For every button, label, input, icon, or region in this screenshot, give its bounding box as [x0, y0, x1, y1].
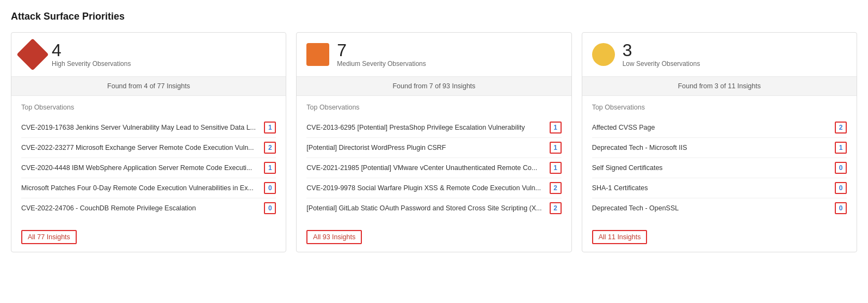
observation-label: CVE-2013-6295 [Potential] PrestaShop Pri…: [306, 124, 545, 131]
list-item: [Potential] GitLab Static OAuth Password…: [306, 198, 561, 218]
low-severity-icon: [592, 43, 615, 66]
card-low-observation-list: Affected CVSS Page2Deprecated Tech - Mic…: [592, 118, 847, 218]
observation-label: CVE-2019-9978 Social Warfare Plugin XSS …: [306, 184, 545, 192]
card-low-count: 3: [623, 41, 700, 59]
card-low-insights-link[interactable]: All 11 Insights: [592, 230, 648, 244]
observation-label: Microsoft Patches Four 0-Day Remote Code…: [21, 184, 260, 192]
cards-container: 4High Severity ObservationsFound from 4 …: [11, 32, 857, 252]
card-low-header-text: 3Low Severity Observations: [623, 41, 700, 68]
list-item: Self Signed Certificates0: [592, 158, 847, 178]
observation-badge: 1: [835, 142, 847, 154]
list-item: CVE-2019-9978 Social Warfare Plugin XSS …: [306, 178, 561, 198]
observation-badge: 0: [835, 162, 847, 174]
observation-badge: 2: [550, 182, 562, 194]
observation-label: Deprecated Tech - Microsoft IIS: [592, 144, 830, 152]
card-medium-severity-label: Medium Severity Observations: [337, 60, 426, 68]
list-item: Deprecated Tech - OpenSSL0: [592, 198, 847, 218]
observation-label: Affected CVSS Page: [592, 124, 830, 131]
observation-label: [Potential] GitLab Static OAuth Password…: [306, 204, 545, 212]
list-item: Microsoft Patches Four 0-Day Remote Code…: [21, 178, 276, 198]
list-item: [Potential] Directorist WordPress Plugin…: [306, 138, 561, 158]
card-high-section-title: Top Observations: [21, 104, 276, 111]
list-item: CVE-2013-6295 [Potential] PrestaShop Pri…: [306, 118, 561, 138]
card-medium: 7Medium Severity ObservationsFound from …: [296, 32, 571, 252]
card-low-body: Top ObservationsAffected CVSS Page2Depre…: [582, 96, 857, 225]
card-medium-count: 7: [337, 41, 426, 59]
card-high-body: Top ObservationsCVE-2019-17638 Jenkins S…: [11, 96, 286, 225]
observation-badge: 0: [835, 182, 847, 194]
card-low-section-title: Top Observations: [592, 104, 847, 111]
list-item: CVE-2021-21985 [Potential] VMware vCente…: [306, 158, 561, 178]
observation-badge: 1: [550, 122, 562, 134]
card-medium-section-title: Top Observations: [306, 104, 561, 111]
card-high-header-text: 4High Severity Observations: [52, 41, 131, 68]
list-item: Affected CVSS Page2: [592, 118, 847, 138]
observation-badge: 0: [264, 202, 276, 214]
list-item: CVE-2022-24706 - CouchDB Remote Privileg…: [21, 198, 276, 218]
observation-label: Self Signed Certificates: [592, 164, 830, 172]
card-low: 3Low Severity ObservationsFound from 3 o…: [582, 32, 857, 252]
observation-badge: 2: [550, 202, 562, 214]
list-item: CVE-2020-4448 IBM WebSphere Application …: [21, 158, 276, 178]
card-low-found-bar: Found from 3 of 11 Insights: [582, 77, 857, 96]
list-item: CVE-2019-17638 Jenkins Server Vulnerabil…: [21, 118, 276, 138]
observation-badge: 0: [264, 182, 276, 194]
observation-badge: 1: [550, 162, 562, 174]
observation-label: [Potential] Directorist WordPress Plugin…: [306, 144, 545, 152]
card-high-header: 4High Severity Observations: [11, 33, 286, 77]
card-medium-header-text: 7Medium Severity Observations: [337, 41, 426, 68]
card-medium-found-bar: Found from 7 of 93 Insights: [297, 77, 571, 96]
observation-label: SHA-1 Certificates: [592, 184, 830, 192]
observation-label: Deprecated Tech - OpenSSL: [592, 204, 830, 212]
card-low-footer: All 11 Insights: [582, 225, 857, 252]
list-item: Deprecated Tech - Microsoft IIS1: [592, 138, 847, 158]
card-high-observation-list: CVE-2019-17638 Jenkins Server Vulnerabil…: [21, 118, 276, 218]
observation-badge: 0: [835, 202, 847, 214]
card-high-insights-link[interactable]: All 77 Insights: [21, 230, 77, 244]
card-medium-header: 7Medium Severity Observations: [297, 33, 571, 77]
observation-badge: 1: [550, 142, 562, 154]
card-medium-footer: All 93 Insights: [297, 225, 571, 252]
card-high-severity-label: High Severity Observations: [52, 60, 131, 68]
list-item: SHA-1 Certificates0: [592, 178, 847, 198]
high-severity-icon: [16, 38, 48, 70]
card-high: 4High Severity ObservationsFound from 4 …: [11, 32, 286, 252]
observation-badge: 2: [835, 122, 847, 134]
card-low-header: 3Low Severity Observations: [582, 33, 857, 77]
card-low-severity-label: Low Severity Observations: [623, 60, 700, 68]
page-title: Attack Surface Priorities: [11, 11, 857, 22]
observation-badge: 1: [264, 122, 276, 134]
observation-badge: 2: [264, 142, 276, 154]
card-high-footer: All 77 Insights: [11, 225, 286, 252]
list-item: CVE-2022-23277 Microsoft Exchange Server…: [21, 138, 276, 158]
card-high-found-bar: Found from 4 of 77 Insights: [11, 77, 286, 96]
card-medium-insights-link[interactable]: All 93 Insights: [306, 230, 362, 244]
medium-severity-icon: [306, 43, 329, 66]
observation-label: CVE-2019-17638 Jenkins Server Vulnerabil…: [21, 124, 260, 131]
card-high-count: 4: [52, 41, 131, 59]
card-medium-body: Top ObservationsCVE-2013-6295 [Potential…: [297, 96, 571, 225]
observation-label: CVE-2021-21985 [Potential] VMware vCente…: [306, 164, 545, 172]
observation-label: CVE-2020-4448 IBM WebSphere Application …: [21, 164, 260, 172]
observation-label: CVE-2022-23277 Microsoft Exchange Server…: [21, 144, 260, 152]
observation-label: CVE-2022-24706 - CouchDB Remote Privileg…: [21, 204, 260, 212]
card-medium-observation-list: CVE-2013-6295 [Potential] PrestaShop Pri…: [306, 118, 561, 218]
observation-badge: 1: [264, 162, 276, 174]
